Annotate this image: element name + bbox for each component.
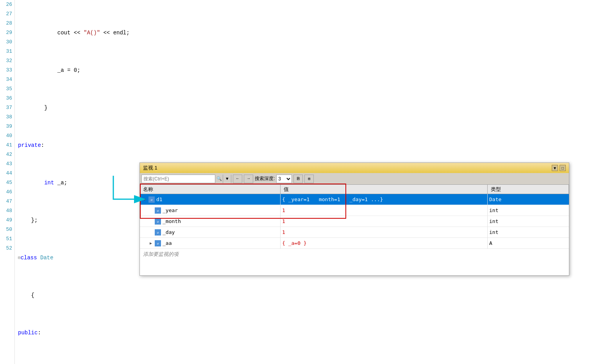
watch-grid: 名称 值 类型 ▼ a d1 { _year=1 month=1 _day=1 … <box>140 185 569 275</box>
cell-name-d1: ▼ a d1 <box>140 194 281 205</box>
table-row-year[interactable]: ▶ a _year 1 int <box>140 205 569 216</box>
titlebar-controls: ▼ □ <box>552 165 566 171</box>
add-watch-text: 添加要监视的项 <box>143 251 179 258</box>
cell-value-d1: { _year=1 month=1 _day=1 ...} <box>281 194 488 205</box>
watch-title: 监视 1 <box>143 164 157 171</box>
cell-type-d1: Date <box>488 194 569 205</box>
expand-icon-d1[interactable]: ▼ <box>141 196 148 203</box>
add-watch-row[interactable]: 添加要监视的项 <box>140 249 569 260</box>
var-icon-month: a <box>155 218 161 225</box>
cell-value-day: 1 <box>281 227 488 238</box>
cell-name-month: ▶ a _month <box>140 216 281 227</box>
depth-label: 搜索深度: <box>255 175 275 182</box>
search-input[interactable] <box>142 175 215 183</box>
col-header-type: 类型 <box>488 185 569 194</box>
cell-type-month: int <box>488 216 569 227</box>
var-icon-d1: a <box>148 196 155 203</box>
tool-btn-2[interactable]: ⊞ <box>304 175 314 183</box>
back-button[interactable]: ← <box>233 175 242 183</box>
table-row-d1[interactable]: ▼ a d1 { _year=1 month=1 _day=1 ...} Dat… <box>140 194 569 205</box>
cell-type-year: int <box>488 205 569 216</box>
search-dropdown-button[interactable]: ▼ <box>223 175 231 183</box>
table-row-aa[interactable]: ▶ a _aa { _a=0 } A <box>140 238 569 249</box>
var-icon-aa: a <box>155 240 161 246</box>
search-box: 🔍 ▼ <box>141 175 231 183</box>
watch-window: 监视 1 ▼ □ 🔍 ▼ ← → 搜索深度: 3 1 2 4 5 🖹 ⊞ 名称 … <box>139 162 569 276</box>
cell-type-aa: A <box>488 238 569 249</box>
code-line-27: _a = 0; <box>18 66 608 75</box>
depth-select[interactable]: 3 1 2 4 5 <box>276 175 292 183</box>
name-aa: _aa <box>163 240 172 246</box>
table-row-day[interactable]: ▶ a _day 1 int <box>140 227 569 238</box>
cell-value-month: 1 <box>281 216 488 227</box>
name-month: _month <box>163 218 181 224</box>
tool-btn-1[interactable]: 🖹 <box>293 175 303 183</box>
name-d1: d1 <box>156 196 163 202</box>
watch-toolbar: 🔍 ▼ ← → 搜索深度: 3 1 2 4 5 🖹 ⊞ <box>140 173 569 185</box>
cell-name-year: ▶ a _year <box>140 205 281 216</box>
code-line-28: } <box>18 103 608 112</box>
code-line-34: public: <box>18 328 608 337</box>
var-icon-day: a <box>155 229 161 236</box>
col-header-name: 名称 <box>140 185 281 194</box>
var-icon-year: a <box>155 207 161 214</box>
name-year: _year <box>163 207 178 213</box>
grid-body: ▼ a d1 { _year=1 month=1 _day=1 ...} Dat… <box>140 194 569 275</box>
code-line-29: private: <box>18 141 608 150</box>
maximize-button[interactable]: □ <box>560 165 566 171</box>
code-line-26: cout << "A()" << endl; <box>18 28 608 37</box>
code-line-33: { <box>18 291 608 300</box>
col-header-value: 值 <box>281 185 488 194</box>
forward-button[interactable]: → <box>244 175 253 183</box>
line-numbers: 26 27 28 29 30 31 32 33 34 35 36 37 38 3… <box>0 0 15 364</box>
table-row-month[interactable]: ▶ a _month 1 int <box>140 216 569 227</box>
cell-type-day: int <box>488 227 569 238</box>
name-day: _day <box>163 229 175 235</box>
pin-button[interactable]: ▼ <box>552 165 558 171</box>
search-button[interactable]: 🔍 <box>215 175 223 183</box>
cell-name-day: ▶ a _day <box>140 227 281 238</box>
grid-header: 名称 值 类型 <box>140 185 569 194</box>
cell-value-year: 1 <box>281 205 488 216</box>
cell-value-aa: { _a=0 } <box>281 238 488 249</box>
cell-name-aa: ▶ a _aa <box>140 238 281 249</box>
watch-titlebar: 监视 1 ▼ □ <box>140 163 569 173</box>
expand-icon-aa[interactable]: ▶ <box>148 240 154 246</box>
